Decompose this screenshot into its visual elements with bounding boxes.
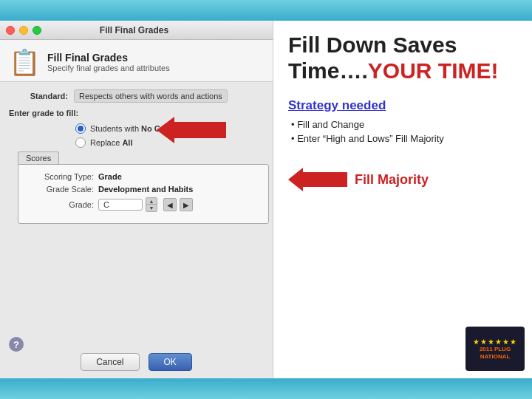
stepper-up[interactable]: ▲	[146, 198, 157, 205]
scores-section: Scores Scoring Type: Grade Grade Scale: …	[18, 151, 264, 224]
dialog-header-text: Fill Final Grades Specify final grades a…	[47, 52, 170, 72]
ok-button[interactable]: OK	[149, 353, 192, 371]
grade-scale-label: Grade Scale:	[27, 185, 94, 194]
radio-arrow-body	[174, 122, 226, 138]
logo-stars: ★★★★★★	[473, 338, 517, 346]
dialog-body: Standard: Respects others with words and…	[0, 82, 273, 346]
radio-arrow-container	[157, 117, 264, 143]
right-panel: Fill Down Saves Time….YOUR TIME! Strateg…	[273, 21, 532, 378]
grade-row: Grade: ▲ ▼ ◀ ▶	[27, 197, 259, 212]
main-title: Fill Down Saves Time….YOUR TIME!	[288, 33, 517, 83]
main-content: Fill Final Grades 📋 Fill Final Grades Sp…	[0, 21, 532, 378]
dialog-title: Fill Final Grades	[1, 25, 267, 35]
standard-label: Standard:	[9, 92, 68, 100]
logo-text: 2011 PLUG NATIONAL	[480, 346, 511, 360]
stepper-down[interactable]: ▼	[146, 205, 157, 211]
dialog-header: 📋 Fill Final Grades Specify final grades…	[0, 40, 273, 82]
strategy-section: Strategy needed Fill and Change Enter “H…	[288, 98, 517, 147]
dialog-header-title: Fill Final Grades	[47, 52, 170, 64]
scores-box: Scoring Type: Grade Grade Scale: Develop…	[18, 164, 269, 224]
radio-no-grade-button[interactable]	[75, 123, 86, 134]
scoring-type-value: Grade	[98, 172, 122, 181]
scoring-type-row: Scoring Type: Grade	[27, 172, 259, 181]
grade-input[interactable]	[98, 199, 143, 211]
standard-row: Standard: Respects others with words and…	[9, 89, 264, 103]
fill-majority-label: Fill Majority	[355, 172, 429, 188]
bullet-2: Enter “High and Lows” Fill Majority	[288, 133, 517, 144]
help-icon[interactable]: ?	[9, 337, 24, 352]
fill-majority-row: Fill Majority	[288, 168, 517, 191]
bullet-1: Fill and Change	[288, 119, 517, 130]
cancel-button[interactable]: Cancel	[81, 353, 139, 371]
bottom-bar	[0, 378, 532, 399]
dialog-title-bar: Fill Final Grades	[0, 21, 273, 40]
radio-replace-all-label: Replace All	[90, 138, 132, 147]
strategy-title: Strategy needed	[288, 98, 517, 113]
fill-arrow	[288, 168, 347, 191]
strategy-bullets: Fill and Change Enter “High and Lows” Fi…	[288, 119, 517, 144]
notebook-icon: 📋	[9, 47, 40, 77]
standard-value: Respects others with words and actions	[74, 89, 228, 103]
grade-stepper[interactable]: ▲ ▼	[146, 197, 157, 212]
fill-arrow-body	[303, 172, 347, 187]
scoring-type-label: Scoring Type:	[27, 172, 94, 181]
fill-arrow-head	[288, 168, 303, 191]
main-title-highlight: YOUR TIME!	[368, 58, 499, 83]
dialog-panel: Fill Final Grades 📋 Fill Final Grades Sp…	[0, 21, 273, 378]
radio-arrow-head	[157, 117, 174, 143]
main-title-line2: Time….	[288, 58, 368, 83]
next-arrow[interactable]: ▶	[180, 198, 193, 211]
main-title-line1: Fill Down Saves	[288, 33, 457, 57]
grade-scale-row: Grade Scale: Development and Habits	[27, 185, 259, 194]
dialog-buttons: Cancel OK	[0, 346, 273, 378]
top-bar	[0, 0, 532, 21]
grade-scale-value: Development and Habits	[98, 185, 193, 194]
prev-arrow[interactable]: ◀	[163, 198, 177, 211]
scores-tab[interactable]: Scores	[18, 151, 59, 164]
grade-selector: ▲ ▼ ◀ ▶	[98, 197, 193, 212]
dialog-header-subtitle: Specify final grades and attributes	[47, 64, 170, 72]
nav-arrows: ◀ ▶	[163, 198, 193, 211]
radio-replace-all-button[interactable]	[75, 137, 86, 148]
logo-badge: ★★★★★★ 2011 PLUG NATIONAL	[466, 327, 525, 371]
grade-fill-label: Enter grade to fill:	[9, 109, 78, 117]
grade-label: Grade:	[27, 200, 94, 209]
